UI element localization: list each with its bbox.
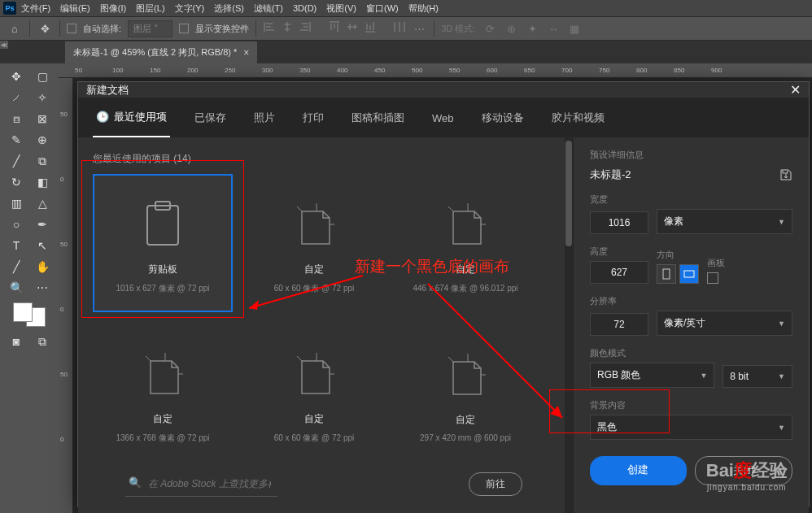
tab-recent[interactable]: 🕒最近使用项 bbox=[93, 98, 170, 138]
align-hcenter-icon[interactable] bbox=[281, 20, 294, 33]
menu-view[interactable]: 视图(V) bbox=[326, 2, 356, 15]
resolution-input[interactable] bbox=[590, 313, 648, 336]
preset-dim: 1016 x 627 像素 @ 72 ppi bbox=[116, 283, 209, 294]
dialog-close-icon[interactable]: ✕ bbox=[790, 82, 801, 98]
colormode-select[interactable]: RGB 颜色▼ bbox=[590, 363, 714, 388]
marquee-tool[interactable]: ▢ bbox=[30, 67, 55, 86]
tab-print[interactable]: 打印 bbox=[299, 99, 327, 137]
tab-photo[interactable]: 照片 bbox=[251, 99, 278, 137]
preset-custom-1[interactable]: 自定 60 x 60 像素 @ 72 ppi bbox=[244, 174, 384, 312]
menu-filter[interactable]: 滤镜(T) bbox=[254, 2, 283, 15]
wand-tool[interactable]: ✧ bbox=[30, 88, 55, 107]
lasso-tool[interactable]: ⟋ bbox=[4, 88, 28, 107]
menu-image[interactable]: 图像(I) bbox=[100, 2, 126, 15]
edit-toolbar[interactable]: ⋯ bbox=[30, 278, 55, 298]
move-tool[interactable]: ✥ bbox=[4, 67, 28, 86]
3d-cam-icon[interactable]: ▦ bbox=[566, 20, 583, 37]
screenmode-tool[interactable]: ⧉ bbox=[30, 332, 55, 351]
preset-custom-3[interactable]: 自定 1366 x 768 像素 @ 72 ppi bbox=[93, 324, 233, 462]
height-input[interactable] bbox=[590, 261, 648, 284]
distribute-icon[interactable] bbox=[393, 20, 406, 33]
align-vcenter-icon[interactable] bbox=[346, 20, 359, 33]
heal-tool[interactable]: ⊕ bbox=[30, 130, 55, 150]
align-left-icon[interactable] bbox=[263, 20, 276, 33]
stock-search-input[interactable] bbox=[125, 472, 277, 497]
tab-film[interactable]: 胶片和视频 bbox=[548, 99, 608, 137]
resolution-unit-select[interactable]: 像素/英寸▼ bbox=[657, 311, 792, 336]
history-brush-tool[interactable]: ↻ bbox=[4, 172, 28, 192]
brush-tool[interactable]: ╱ bbox=[4, 151, 28, 171]
menu-help[interactable]: 帮助(H) bbox=[408, 2, 439, 15]
3d-dolly-icon[interactable]: ✦ bbox=[524, 20, 540, 37]
pen-tool[interactable]: ✒ bbox=[30, 215, 55, 234]
align-top-icon[interactable] bbox=[328, 20, 341, 33]
stock-go-button[interactable]: 前往 bbox=[469, 472, 522, 496]
color-swatch[interactable] bbox=[13, 302, 46, 327]
gradient-tool[interactable]: ▥ bbox=[4, 193, 28, 213]
menu-file[interactable]: 文件(F) bbox=[21, 2, 50, 15]
blur-tool[interactable]: △ bbox=[30, 193, 55, 213]
width-input[interactable] bbox=[590, 211, 648, 234]
align-bottom-icon[interactable] bbox=[364, 20, 377, 33]
dodge-tool[interactable]: ○ bbox=[4, 215, 28, 234]
align-right-icon[interactable] bbox=[299, 20, 312, 33]
autoselect-checkbox[interactable] bbox=[67, 24, 76, 33]
close-tab-icon[interactable]: × bbox=[243, 47, 249, 59]
clock-icon: 🕒 bbox=[96, 111, 109, 123]
menu-3d[interactable]: 3D(D) bbox=[293, 3, 317, 13]
preset-custom-5[interactable]: 自定 297 x 420 mm @ 600 ppi bbox=[395, 324, 535, 462]
shape-tool[interactable]: ╱ bbox=[4, 257, 28, 276]
page-icon bbox=[445, 350, 486, 399]
path-tool[interactable]: ↖ bbox=[30, 236, 55, 255]
frame-tool[interactable]: ⊠ bbox=[30, 109, 55, 128]
orient-landscape[interactable] bbox=[679, 264, 699, 284]
3d-pan-icon[interactable]: ⊕ bbox=[503, 20, 519, 37]
menu-window[interactable]: 窗口(W) bbox=[366, 2, 399, 15]
menu-layer[interactable]: 图层(L) bbox=[136, 2, 164, 15]
autoselect-target[interactable]: 图层 ˅ bbox=[128, 20, 172, 37]
menu-select[interactable]: 选择(S) bbox=[214, 2, 244, 15]
menu-type[interactable]: 文字(Y) bbox=[175, 2, 205, 15]
dialog-titlebar[interactable]: 新建文档 ✕ bbox=[78, 82, 809, 98]
transform-checkbox[interactable] bbox=[179, 24, 189, 33]
3d-slide-icon[interactable]: ↔ bbox=[545, 20, 561, 37]
bitdepth-select[interactable]: 8 bit▼ bbox=[723, 365, 792, 388]
width-unit-select[interactable]: 像素▼ bbox=[657, 209, 792, 234]
move-tool-icon[interactable]: ✥ bbox=[37, 20, 53, 37]
panel-collapse-icon[interactable]: ≪ bbox=[0, 41, 8, 49]
tab-mobile[interactable]: 移动设备 bbox=[478, 99, 527, 137]
close-button[interactable]: 关闭 bbox=[695, 456, 793, 485]
preset-clipboard[interactable]: 剪贴板 1016 x 627 像素 @ 72 ppi bbox=[93, 174, 233, 312]
crop-tool[interactable]: ⧈ bbox=[4, 109, 28, 128]
doc-name[interactable]: 未标题-2 bbox=[590, 167, 631, 182]
new-document-dialog: 新建文档 ✕ 🕒最近使用项 已保存 照片 打印 图稿和插图 Web 移动设备 胶… bbox=[77, 81, 810, 507]
3d-orbit-icon[interactable]: ⟳ bbox=[482, 20, 498, 37]
create-button[interactable]: 创建 bbox=[590, 456, 687, 485]
zoom-tool[interactable]: 🔍 bbox=[4, 278, 28, 298]
stamp-tool[interactable]: ⧉ bbox=[30, 151, 55, 171]
type-tool[interactable]: T bbox=[4, 236, 28, 255]
quickmask-tool[interactable]: ◙ bbox=[4, 332, 28, 351]
hand-tool[interactable]: ✋ bbox=[30, 257, 55, 276]
align-group: ⋯ bbox=[263, 20, 427, 37]
home-icon[interactable]: ⌂ bbox=[7, 20, 23, 37]
orient-portrait[interactable] bbox=[657, 264, 676, 284]
preset-custom-2[interactable]: 自定 446 x 674 像素 @ 96.012 ppi bbox=[395, 174, 535, 312]
artboard-checkbox[interactable] bbox=[707, 272, 718, 284]
svg-rect-6 bbox=[663, 269, 670, 279]
preset-custom-4[interactable]: 自定 60 x 60 像素 @ 72 ppi bbox=[244, 324, 384, 462]
tab-illustration[interactable]: 图稿和插图 bbox=[348, 99, 408, 137]
tab-saved[interactable]: 已保存 bbox=[191, 99, 229, 137]
menu-edit[interactable]: 编辑(E) bbox=[60, 2, 90, 15]
width-label: 宽度 bbox=[590, 193, 792, 206]
save-preset-icon[interactable] bbox=[779, 168, 792, 181]
document-tab[interactable]: 未标题-1 @ 459% (直线 2 拷贝, RGB/8) * × bbox=[65, 41, 257, 63]
eyedropper-tool[interactable]: ✎ bbox=[4, 130, 28, 150]
more-icon[interactable]: ⋯ bbox=[411, 20, 427, 37]
background-select[interactable]: 黑色▼ bbox=[590, 415, 792, 440]
svg-rect-0 bbox=[147, 206, 178, 245]
preset-scrollbar[interactable] bbox=[565, 137, 573, 513]
eraser-tool[interactable]: ◧ bbox=[30, 172, 55, 192]
tab-web[interactable]: Web bbox=[429, 101, 457, 136]
page-icon bbox=[445, 200, 486, 249]
